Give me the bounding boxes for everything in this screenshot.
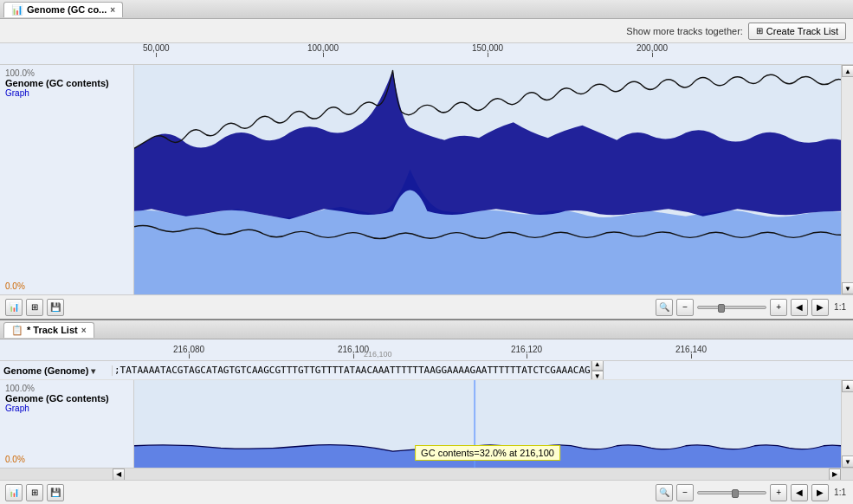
scale-tick xyxy=(691,354,692,359)
h-scroll-left[interactable]: ◀ xyxy=(113,468,125,481)
top-vertical-scrollbar[interactable]: ▲ ▼ xyxy=(841,65,853,294)
tab-icon: 📊 xyxy=(11,4,23,16)
bottom-zoom-in-btn[interactable]: + xyxy=(770,484,787,501)
bottom-scroll-down[interactable]: ▼ xyxy=(842,456,853,468)
scroll-down-btn[interactable]: ▼ xyxy=(842,282,853,294)
tracklist-icon: 📋 xyxy=(11,325,23,336)
scale-tick xyxy=(156,53,157,57)
sequence-row: Genome (Genome) ▾ ;TATAAAATACGTAGCATAGTG… xyxy=(0,361,853,380)
gc-chart-svg xyxy=(134,65,841,294)
scale-tick xyxy=(323,53,324,57)
nav-left-btn[interactable]: ◀ xyxy=(791,299,808,316)
bottom-pct-0: 0.0% xyxy=(5,455,130,464)
scroll-up-btn[interactable]: ▲ xyxy=(842,65,853,77)
top-gc-chart[interactable] xyxy=(134,65,841,294)
toolbar-left-bottom: 📊 ⊞ 💾 xyxy=(5,484,64,501)
bottom-track-label: 100.0% Genome (GC contents) Graph 0.0% xyxy=(0,380,134,468)
scale-label: 200,000 xyxy=(637,43,668,53)
seq-scroll-up[interactable]: ▲ xyxy=(591,361,604,371)
bottom-panel: 📋 * Track List × 216,080 216,100 216,100… xyxy=(0,320,853,504)
chart-toggle-btn[interactable]: 📊 xyxy=(5,299,23,316)
scale-tick xyxy=(189,354,190,359)
tracklist-tab[interactable]: 📋 * Track List × xyxy=(3,322,94,338)
toolbar-left-top: 📊 ⊞ 💾 xyxy=(5,299,64,316)
create-track-list-button[interactable]: ⊞ Create Track List xyxy=(748,23,846,40)
main-layout: 📊 Genome (GC co... × Show more tracks to… xyxy=(0,0,853,504)
top-title-bar: 📊 Genome (GC co... × xyxy=(0,0,853,19)
track-name: Genome (GC contents) xyxy=(5,78,130,88)
bottom-track-name: Genome (GC contents) xyxy=(5,393,130,404)
bottom-track-subname: Graph xyxy=(5,404,130,413)
top-bottom-toolbar: 📊 ⊞ 💾 🔍 − + ◀ ▶ 1:1 xyxy=(0,294,853,319)
scale-mark-150000: 150,000 xyxy=(472,43,503,57)
scale-tick xyxy=(527,354,527,359)
scale-tick xyxy=(353,354,354,359)
tracklist-tab-label: * Track List xyxy=(27,325,78,335)
ratio-label-top: 1:1 xyxy=(832,302,848,312)
top-track-body: 100.0% Genome (GC contents) Graph 0.0% xyxy=(0,65,853,294)
zoom-region-btn[interactable]: 🔍 xyxy=(656,299,673,316)
scale-mark-200000: 200,000 xyxy=(637,43,668,57)
genome-tab[interactable]: 📊 Genome (GC co... × xyxy=(3,2,123,17)
create-track-icon: ⊞ xyxy=(756,26,763,36)
bottom-export-btn[interactable]: 💾 xyxy=(47,484,64,501)
bottom-nav-right-btn[interactable]: ▶ xyxy=(811,484,829,501)
genome-tab-label: Genome (GC co... xyxy=(27,4,107,15)
scale-mark-50000: 50,000 xyxy=(143,43,170,57)
scroll-track[interactable] xyxy=(842,77,853,282)
sequence-label: Genome (Genome) ▾ xyxy=(0,365,113,376)
scale-mark-216080: 216,080 xyxy=(173,345,204,359)
seq-scroll-down[interactable]: ▼ xyxy=(591,371,604,381)
pct-100-label: 100.0% xyxy=(5,68,130,78)
bottom-nav-left-btn[interactable]: ◀ xyxy=(791,484,808,501)
zoom-slider-top[interactable] xyxy=(697,306,766,309)
genome-tab-close[interactable]: × xyxy=(110,5,115,15)
seq-scrollbar[interactable]: ▲ ▼ xyxy=(591,361,603,380)
toolbar-right-top: 🔍 − + ◀ ▶ 1:1 xyxy=(656,299,848,316)
scale-tick xyxy=(488,53,488,57)
scale-mark-216120: 216,120 xyxy=(511,345,542,359)
toolbar-right-bottom: 🔍 − + ◀ ▶ 1:1 xyxy=(656,484,848,501)
h-scroll-right[interactable]: ▶ xyxy=(829,468,841,481)
bottom-zoom-out-btn[interactable]: − xyxy=(676,484,694,501)
bottom-title-bar: 📋 * Track List × xyxy=(0,320,853,339)
zoom-in-btn[interactable]: + xyxy=(770,299,787,316)
bottom-gc-chart[interactable]: GC contents=32.0% at 216,100 xyxy=(134,380,841,468)
bottom-scroll-track[interactable] xyxy=(842,392,853,456)
scale-label: 100,000 xyxy=(307,43,339,53)
bottom-track-body: 100.0% Genome (GC contents) Graph 0.0% xyxy=(0,380,853,468)
bottom-gc-svg xyxy=(134,380,841,468)
scale-label: 216,140 xyxy=(675,345,707,354)
tracklist-tab-close[interactable]: × xyxy=(81,326,87,335)
scale-mark-100000: 100,000 xyxy=(307,43,339,57)
bottom-scale-ruler: 216,080 216,100 216,100 216,120 216,140 xyxy=(0,339,853,361)
create-track-label: Create Track List xyxy=(766,26,838,36)
nav-right-btn[interactable]: ▶ xyxy=(811,299,829,316)
zoom-out-btn[interactable]: − xyxy=(676,299,694,316)
scale-tick xyxy=(652,53,653,57)
top-toolbar: Show more tracks together: ⊞ Create Trac… xyxy=(0,19,853,43)
zoom-slider-bottom[interactable] xyxy=(697,491,766,494)
scale-label-sub: 216,100 xyxy=(364,350,392,359)
bottom-zoom-region-btn[interactable]: 🔍 xyxy=(656,484,673,501)
bottom-bottom-toolbar: 📊 ⊞ 💾 🔍 − + ◀ ▶ 1:1 xyxy=(0,480,853,504)
sequence-text: ;TATAAAATACGTAGCATAGTGTCAAGCGTTTGTTGTTTT… xyxy=(113,365,591,376)
sequence-label-arrow: ▾ xyxy=(91,366,95,376)
scale-label: 150,000 xyxy=(472,43,503,53)
table-btn[interactable]: ⊞ xyxy=(26,299,43,316)
bottom-table-btn[interactable]: ⊞ xyxy=(26,484,43,501)
scale-label: 216,120 xyxy=(511,345,542,354)
bottom-chart-btn[interactable]: 📊 xyxy=(5,484,23,501)
bottom-vertical-scrollbar[interactable]: ▲ ▼ xyxy=(841,380,853,468)
export-btn[interactable]: 💾 xyxy=(47,299,64,316)
bottom-track-label-top: 100.0% Genome (GC contents) Graph xyxy=(5,384,130,413)
bottom-horizontal-scrollbar[interactable]: ◀ ▶ xyxy=(0,468,853,480)
track-label-top: 100.0% Genome (GC contents) Graph xyxy=(5,68,130,98)
bottom-scroll-up[interactable]: ▲ xyxy=(842,380,853,392)
pct-0-label: 0.0% xyxy=(5,281,130,291)
ratio-label-bottom: 1:1 xyxy=(832,488,848,497)
bottom-pct-100: 100.0% xyxy=(5,384,130,393)
scale-label: 50,000 xyxy=(143,43,170,53)
track-subname: Graph xyxy=(5,88,130,98)
top-scale-ruler: 50,000 100,000 150,000 200,000 xyxy=(0,43,853,65)
